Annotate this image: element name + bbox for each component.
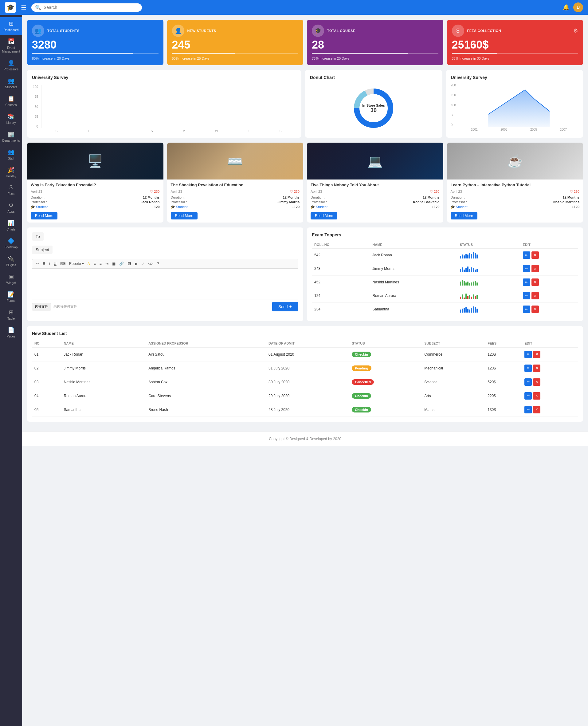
student-edit-button[interactable]: ✏ [524,365,532,372]
gear-icon[interactable]: ⚙ [573,27,578,34]
student-delete-button[interactable]: ✕ [533,392,540,400]
student-col-fees: FEES [485,340,522,347]
stat-icon: $ [452,25,464,37]
sidebar-item-plugins[interactable]: 🔌Plugins [0,253,22,270]
align-btn[interactable]: ▣ [111,261,117,266]
exam-sparkline [458,248,520,262]
logo: 🎓 [5,2,16,13]
student-row: 03 Nashid Martines Ashton Cox 30 July 20… [32,375,578,389]
donut-center-label: In-Store Sales [362,104,385,107]
message-editor[interactable] [32,269,298,299]
read-more-button[interactable]: Read More [171,212,197,219]
hamburger-button[interactable]: ☰ [20,2,28,12]
edit-delete-button[interactable]: ✕ [531,292,539,299]
sidebar-item-holiday[interactable]: 🎉Holiday [0,163,22,181]
fullscreen-btn[interactable]: ⤢ [140,261,146,266]
sidebar-item-staff[interactable]: 👥Staff [0,146,22,163]
sidebar-item-bootstrap[interactable]: 🔷Bootstrap [0,235,22,253]
student-subject: Science [422,375,485,389]
ordered-list-btn[interactable]: ≡ [98,261,103,266]
sidebar-item-pages[interactable]: 📄Pages [0,324,22,342]
student-edit-button[interactable]: ✏ [524,378,532,386]
edit-pencil-button[interactable]: ✏ [523,251,530,259]
read-more-button[interactable]: Read More [31,212,58,219]
video-btn[interactable]: ▶ [134,261,139,266]
sidebar-item-students[interactable]: 👥Students [0,74,22,92]
edit-delete-button[interactable]: ✕ [531,251,539,259]
exam-sparkline [458,289,520,302]
image-btn[interactable]: 🖼 [126,261,132,266]
search-input[interactable] [44,5,138,10]
format-underline-btn[interactable]: U [52,261,58,266]
stat-bar [32,53,159,54]
student-fees: 220$ [485,389,522,403]
edit-pencil-button[interactable]: ✏ [523,305,530,313]
sidebar-item-charts[interactable]: 📊Charts [0,217,22,235]
sidebar-item-widget[interactable]: ▣Widget [0,270,22,288]
course-image: ⌨️ [167,143,303,180]
stat-value: 245 [172,39,299,51]
link-btn[interactable]: 🔗 [118,261,125,266]
student-delete-button[interactable]: ✕ [533,406,540,414]
bars-container [41,85,296,128]
student-edit-button[interactable]: ✏ [524,406,532,414]
edit-delete-button[interactable]: ✕ [531,265,539,272]
exam-sparkline [458,302,520,316]
sidebar-item-fees[interactable]: $Fees [0,181,22,199]
format-pen-btn[interactable]: ✏ [35,261,40,266]
edit-pencil-button[interactable]: ✏ [523,292,530,299]
format-strikethrough-btn[interactable]: ⌨ [59,261,67,266]
sidebar-item-dashboard[interactable]: ⊞Dashboard [0,17,22,35]
bar-chart-y-axis: 100 75 50 25 0 [32,85,39,128]
exam-edit: ✏ ✕ [520,302,578,316]
stat-card-orange: 👤 NEW STUDENTS 245 50% Increase in 25 Da… [167,20,303,65]
read-more-button[interactable]: Read More [451,212,477,219]
format-italic-btn[interactable]: I [48,261,51,266]
indent-btn[interactable]: ⇥ [104,261,110,266]
code-btn[interactable]: </> [147,261,154,266]
font-family-btn[interactable]: Roboto ▾ [68,261,85,266]
student-date: 31 July 2020 [266,361,349,375]
student-name: Nashid Martines [61,375,146,389]
exam-name: Roman Aurora [370,289,457,302]
sidebar-item-table[interactable]: ⊞Table [0,306,22,324]
student-date: 29 July 2020 [266,389,349,403]
exam-edit: ✏ ✕ [520,248,578,262]
sidebar-item-library[interactable]: 📚Library [0,110,22,128]
format-bold-btn[interactable]: B [41,261,47,266]
sidebar-item-apps[interactable]: ⚙Apps [0,199,22,217]
sidebar-item-departments[interactable]: 🏢Departments [0,128,22,146]
choose-file-button[interactable]: 选择文件 [32,303,51,310]
student-edit-button[interactable]: ✏ [524,392,532,400]
avatar[interactable]: U [573,2,583,12]
edit-pencil-button[interactable]: ✏ [523,265,530,272]
sidebar-item-courses[interactable]: 📋Courses [0,92,22,110]
stat-card-red: $ FEES COLLECTION ⚙ 25160$ 36% Increase … [447,20,583,65]
student-name: Roman Aurora [61,389,146,403]
stat-value: 28 [312,39,438,51]
exam-edit: ✏ ✕ [520,262,578,276]
notification-icon[interactable]: 🔔 [563,4,570,11]
student-delete-button[interactable]: ✕ [533,351,540,358]
student-edit: ✏ ✕ [522,375,578,389]
help-btn[interactable]: ? [156,261,160,266]
sidebar-item-forms[interactable]: 📝Forms [0,288,22,306]
edit-delete-button[interactable]: ✕ [531,279,539,286]
edit-delete-button[interactable]: ✕ [531,305,539,313]
highlight-btn[interactable]: A [86,261,91,266]
sidebar-item-professors[interactable]: 👤Professors [0,57,22,74]
course-image: ☕ [447,143,583,180]
exam-edit: ✏ ✕ [520,276,578,289]
sidebar-item-event-management[interactable]: 📅Event Management [0,35,22,57]
course-professor: Jimmy Morris [277,200,299,204]
send-button[interactable]: Send ✈ [272,302,298,311]
student-delete-button[interactable]: ✕ [533,365,540,372]
student-date: 28 July 2020 [266,403,349,417]
edit-pencil-button[interactable]: ✏ [523,279,530,286]
student-table: NO.NAMEASSIGNED PROFESSORDATE OF ADMITST… [32,340,578,417]
read-more-button[interactable]: Read More [311,212,337,219]
exam-roll: 234 [312,302,370,316]
student-edit-button[interactable]: ✏ [524,351,532,358]
unordered-list-btn[interactable]: ≡ [92,261,97,266]
student-delete-button[interactable]: ✕ [533,378,540,386]
